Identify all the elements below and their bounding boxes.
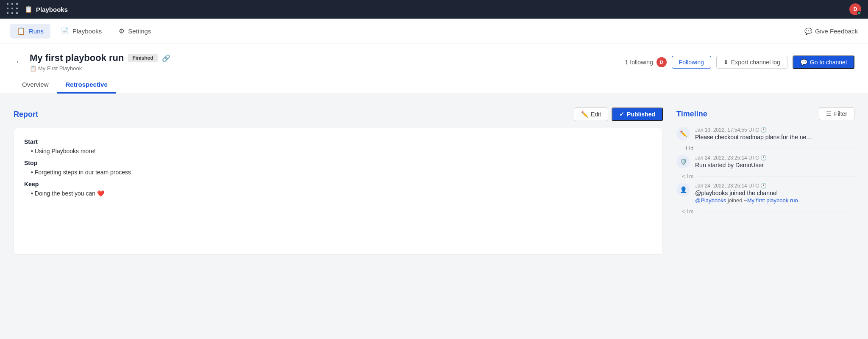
timeline-timestamp: Jan 13, 2022, 17:54:55 UTC 🕐: [695, 127, 854, 133]
gap-line: [697, 212, 854, 212]
report-actions: ✏️ Edit ✓ Published: [574, 107, 663, 121]
run-link[interactable]: My first playbook run: [747, 197, 798, 204]
timeline-item-text: @playbooks joined the channel: [695, 190, 854, 196]
following-count: 1 following D: [625, 57, 667, 67]
timeline-gap-row: < 1m: [676, 209, 854, 215]
download-icon: ⬇: [723, 59, 729, 66]
timeline-timestamp: Jan 24, 2022, 23:25:14 UTC 🕐: [695, 155, 854, 161]
secondary-nav: 📋 Runs 📄 Playbooks ⚙ Settings 💬 Give Fee…: [0, 19, 868, 44]
topbar: 📋 Playbooks D: [0, 0, 868, 19]
gap-label: < 1m: [676, 209, 693, 215]
gap-label: 11d: [676, 146, 693, 152]
feedback-icon: 💬: [804, 28, 812, 35]
timeline-item-subtext: @Playbooks joined ~My first playbook run: [695, 197, 854, 204]
clock-icon: 🕐: [760, 155, 767, 161]
timeline-item-text: Please checkout roadmap plans for the ne…: [695, 134, 854, 141]
published-button[interactable]: ✓ Published: [612, 107, 663, 121]
settings-icon: ⚙: [119, 27, 125, 35]
tab-retrospective[interactable]: Retrospective: [57, 77, 116, 94]
edit-button[interactable]: ✏️ Edit: [574, 107, 608, 121]
timeline-item: ✏️ Jan 13, 2022, 17:54:55 UTC 🕐 Please c…: [676, 127, 854, 142]
avatar[interactable]: D: [849, 3, 861, 15]
timeline-gap-row: < 1m: [676, 174, 854, 179]
run-tabs: Overview Retrospective: [14, 77, 854, 94]
tab-overview[interactable]: Overview: [14, 77, 57, 94]
status-badge: Finished: [128, 54, 157, 62]
timeline-icon-col: 👤: [676, 183, 690, 196]
go-to-channel-button[interactable]: 💬 Go to channel: [793, 55, 854, 69]
timeline-title: Timeline: [676, 110, 707, 119]
filter-button[interactable]: ☰ Filter: [819, 107, 854, 120]
report-stop-label: Stop: [24, 160, 652, 166]
run-header-top: ← My first playbook run Finished 🔗 📋 My …: [14, 52, 854, 72]
timeline-container: ✏️ Jan 13, 2022, 17:54:55 UTC 🕐 Please c…: [676, 127, 854, 215]
grid-icon[interactable]: [7, 3, 19, 16]
playbooks-link[interactable]: @Playbooks: [695, 197, 726, 204]
playbooks-icon: 📄: [61, 27, 69, 35]
timeline-edit-icon: ✏️: [676, 127, 690, 141]
gap-line: [697, 149, 854, 149]
chat-icon: 💬: [800, 59, 807, 66]
run-subtitle: 📋 My First Playbook: [30, 65, 170, 72]
app-icon: 📋: [25, 6, 33, 13]
report-keep-label: Keep: [24, 181, 652, 187]
main-content: Report ✏️ Edit ✓ Published Start • Using…: [0, 94, 868, 339]
timeline-gap-row: 11d: [676, 146, 854, 152]
report-section: Report ✏️ Edit ✓ Published Start • Using…: [14, 107, 663, 339]
nav-tab-runs[interactable]: 📋 Runs: [10, 24, 50, 39]
timeline-item-content: Jan 24, 2022, 23:25:14 UTC 🕐 @playbooks …: [695, 183, 854, 205]
follower-avatar: D: [657, 57, 667, 67]
gap-line: [697, 176, 854, 177]
timeline-section: Timeline ☰ Filter ✏️ Jan 13, 2022, 17:54…: [676, 107, 854, 339]
timeline-item-content: Jan 24, 2022, 23:25:14 UTC 🕐 Run started…: [695, 155, 854, 170]
timeline-timestamp: Jan 24, 2022, 23:25:14 UTC 🕐: [695, 183, 854, 189]
report-card: Start • Using Playbooks more! Stop • For…: [14, 128, 663, 255]
timeline-item: 🛡️ Jan 24, 2022, 23:25:14 UTC 🕐 Run star…: [676, 155, 854, 170]
app-title: 📋 Playbooks: [25, 6, 68, 13]
filter-icon: ☰: [826, 110, 832, 117]
clock-icon: 🕐: [760, 183, 767, 189]
nav-tabs: 📋 Runs 📄 Playbooks ⚙ Settings: [10, 24, 158, 39]
run-title-row: My first playbook run Finished 🔗: [30, 52, 170, 63]
report-title: Report: [14, 110, 38, 119]
timeline-item-content: Jan 13, 2022, 17:54:55 UTC 🕐 Please chec…: [695, 127, 854, 142]
report-start-label: Start: [24, 138, 652, 145]
following-button[interactable]: Following: [672, 56, 711, 69]
edit-icon: ✏️: [581, 111, 588, 118]
topbar-left: 📋 Playbooks: [7, 3, 68, 16]
run-header-right: 1 following D Following ⬇ Export channel…: [625, 55, 854, 69]
report-stop-item-0: • Forgetting steps in our team process: [31, 169, 652, 176]
nav-tab-playbooks[interactable]: 📄 Playbooks: [54, 24, 108, 39]
avatar-online-badge: [857, 11, 861, 15]
report-keep-item-0: • Doing the best you can ❤️: [31, 190, 652, 197]
link-icon[interactable]: 🔗: [162, 54, 170, 62]
timeline-user-icon: 👤: [676, 183, 690, 196]
timeline-item-text: Run started by DemoUser: [695, 162, 854, 168]
check-icon: ✓: [619, 111, 624, 118]
run-header-left: ← My first playbook run Finished 🔗 📋 My …: [14, 52, 170, 72]
run-title: My first playbook run: [30, 52, 124, 63]
timeline-item: 👤 Jan 24, 2022, 23:25:14 UTC 🕐 @playbook…: [676, 183, 854, 205]
runs-icon: 📋: [17, 27, 25, 35]
timeline-header: Timeline ☰ Filter: [676, 107, 854, 120]
export-channel-log-button[interactable]: ⬇ Export channel log: [716, 56, 787, 69]
run-header: ← My first playbook run Finished 🔗 📋 My …: [0, 44, 868, 94]
gap-label: < 1m: [676, 174, 693, 179]
timeline-icon-col: 🛡️: [676, 155, 690, 168]
playbook-icon: 📋: [30, 65, 36, 72]
clock-icon: 🕐: [760, 127, 767, 133]
nav-tab-settings[interactable]: ⚙ Settings: [112, 24, 158, 39]
give-feedback-button[interactable]: 💬 Give Feedback: [804, 28, 858, 35]
report-section-header: Report ✏️ Edit ✓ Published: [14, 107, 663, 121]
run-title-area: My first playbook run Finished 🔗 📋 My Fi…: [30, 52, 170, 72]
timeline-icon-col: ✏️: [676, 127, 690, 141]
report-start-item-0: • Using Playbooks more!: [31, 148, 652, 154]
back-button[interactable]: ←: [14, 56, 25, 68]
timeline-shield-icon: 🛡️: [676, 155, 690, 168]
